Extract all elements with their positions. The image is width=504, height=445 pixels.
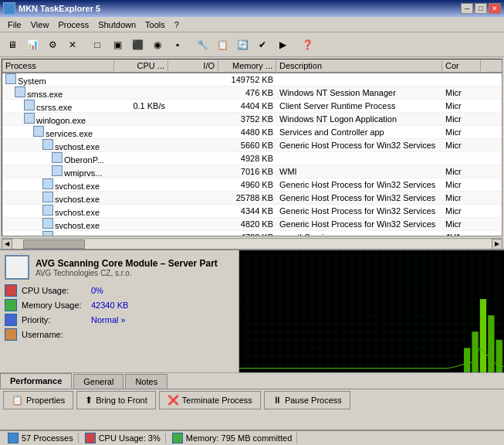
tb-btn-5[interactable]: □ (88, 36, 107, 54)
process-table-container: Process CPU ... I/O Memory ... Descripti… (2, 59, 502, 236)
menu-bar: File View Process Shutdown Tools ? (0, 17, 504, 32)
tb-btn-3[interactable]: ⚙ (43, 36, 62, 54)
col-header-process[interactable]: Process (2, 60, 114, 71)
description-cell: Windows NT Logon Application (276, 114, 442, 124)
table-row[interactable]: smss.exe 476 KB Windows NT Session Manag… (2, 87, 502, 100)
table-row[interactable]: OberonP... 4928 KB (2, 152, 502, 165)
cpu-cell (114, 223, 168, 225)
menu-process[interactable]: Process (53, 19, 93, 31)
table-row[interactable]: winlogon.exe 3752 KB Windows NT Logon Ap… (2, 113, 502, 126)
col-header-desc[interactable]: Description (276, 60, 442, 71)
table-row[interactable]: wmiprvs... 7016 KB WMI Micr (2, 165, 502, 178)
process-name-cell: System (2, 73, 114, 87)
description-cell: Generic Host Process for Win32 Services (276, 179, 442, 190)
description-cell: WMI (276, 166, 442, 177)
company-cell: Micr (442, 100, 481, 111)
process-icon (42, 178, 53, 189)
tb-btn-7[interactable]: ⬛ (128, 36, 147, 54)
tb-btn-check[interactable]: ✔ (253, 36, 272, 54)
bring-to-front-button[interactable]: ⬆ Bring to Front (76, 391, 156, 409)
cpu-cell (114, 197, 168, 199)
process-name-cell: svchost.exe (2, 217, 114, 231)
table-row[interactable]: Avast5vc.exe 4728 KB avast! Service AVA (2, 231, 502, 236)
tab-performance[interactable]: Performance (0, 373, 72, 389)
tb-btn-1[interactable]: 🖥 (3, 36, 22, 54)
process-name-cell: svchost.exe (2, 138, 114, 152)
memory-cell: 4960 KB (218, 179, 276, 190)
process-icon (42, 192, 53, 202)
priority-value[interactable]: Normal » (91, 315, 126, 324)
io-cell (168, 184, 218, 185)
mem-value[interactable]: 42340 KB (91, 301, 128, 310)
svg-rect-6 (496, 340, 502, 372)
description-cell: Generic Host Process for Win32 Services (276, 192, 442, 203)
table-row[interactable]: svchost.exe 4344 KB Generic Host Process… (2, 205, 502, 218)
tb-btn-11[interactable]: 📋 (213, 36, 232, 54)
table-row[interactable]: csrss.exe 0.1 KB/s 4404 KB Client Server… (2, 100, 502, 113)
menu-file[interactable]: File (3, 19, 26, 31)
pause-label: Pause Process (285, 396, 342, 405)
horizontal-scrollbar[interactable]: ◀ ▶ (2, 238, 502, 249)
scroll-right-arrow[interactable]: ▶ (492, 239, 502, 250)
cpu-label: CPU Usage: (22, 286, 91, 295)
cpu-cell (114, 79, 168, 80)
detail-left-panel: AVG Scanning Core Module – Server Part A… (0, 250, 239, 372)
table-row[interactable]: System 149752 KB (2, 73, 502, 87)
tb-btn-4[interactable]: ✕ (63, 36, 82, 54)
pause-process-button[interactable]: ⏸ Pause Process (264, 391, 350, 409)
cpu-cell: 0.1 KB/s (114, 100, 168, 111)
scroll-left-arrow[interactable]: ◀ (2, 239, 12, 250)
process-icon (42, 218, 53, 229)
cpu-value[interactable]: 0% (91, 286, 103, 295)
mem-label: Memory Usage: (22, 301, 91, 310)
tb-btn-10[interactable]: 🔧 (193, 36, 211, 54)
minimize-button[interactable]: ─ (461, 3, 473, 14)
tb-btn-refresh[interactable]: 🔄 (233, 36, 252, 54)
description-cell: Services and Controller app (276, 127, 442, 138)
tb-btn-9[interactable]: ▪ (168, 36, 187, 54)
menu-tools[interactable]: Tools (140, 19, 170, 31)
tab-general[interactable]: General (73, 374, 123, 389)
detail-header: AVG Scanning Core Module – Server Part A… (5, 255, 234, 280)
memory-status-icon (172, 433, 183, 443)
company-cell (442, 79, 481, 80)
menu-help[interactable]: ? (170, 19, 184, 31)
col-header-mem[interactable]: Memory ... (218, 60, 276, 71)
close-button[interactable]: ✕ (489, 3, 501, 14)
properties-label: Properties (26, 396, 65, 405)
description-cell: avast! Service (276, 232, 442, 236)
priority-icon (5, 314, 17, 326)
status-memory: Memory: 795 MB committed (167, 433, 298, 443)
table-row[interactable]: services.exe 4480 KB Services and Contro… (2, 126, 502, 139)
col-header-io[interactable]: I/O (168, 60, 218, 71)
io-cell (168, 131, 218, 133)
scroll-thumb[interactable] (23, 239, 85, 249)
tb-btn-8[interactable]: ◉ (148, 36, 167, 54)
table-row[interactable]: svchost.exe 4960 KB Generic Host Process… (2, 178, 502, 192)
col-header-cor[interactable]: Cor (442, 60, 481, 71)
menu-shutdown[interactable]: Shutdown (93, 19, 140, 31)
maximize-button[interactable]: □ (475, 3, 487, 14)
tab-notes[interactable]: Notes (125, 374, 167, 389)
tb-btn-play[interactable]: ▶ (273, 36, 292, 54)
svg-rect-4 (480, 299, 486, 372)
properties-button[interactable]: 📋 Properties (3, 391, 73, 409)
toolbar: 🖥 📊 ⚙ ✕ □ ▣ ⬛ ◉ ▪ 🔧 📋 🔄 ✔ ▶ ❓ (0, 32, 504, 57)
table-row[interactable]: svchost.exe 5660 KB Generic Host Process… (2, 139, 502, 152)
company-cell: Micr (442, 114, 481, 124)
tb-btn-help[interactable]: ❓ (298, 36, 316, 54)
process-name-cell: Avast5vc.exe (2, 230, 114, 236)
col-header-cpu[interactable]: CPU ... (114, 60, 168, 71)
process-name-cell: OberonP... (2, 151, 114, 165)
terminate-process-button[interactable]: ❌ Terminate Process (159, 391, 261, 409)
memory-cell: 3752 KB (218, 114, 276, 124)
description-cell: Windows NT Session Manager (276, 87, 442, 98)
process-name-cell: svchost.exe (2, 204, 114, 218)
action-bar: 📋 Properties ⬆ Bring to Front ❌ Terminat… (0, 389, 504, 411)
tb-btn-2[interactable]: 📊 (23, 36, 42, 54)
menu-view[interactable]: View (26, 19, 54, 31)
process-icon (52, 165, 63, 176)
table-row[interactable]: svchost.exe 25788 KB Generic Host Proces… (2, 192, 502, 205)
tb-btn-6[interactable]: ▣ (108, 36, 127, 54)
table-row[interactable]: svchost.exe 4820 KB Generic Host Process… (2, 218, 502, 231)
